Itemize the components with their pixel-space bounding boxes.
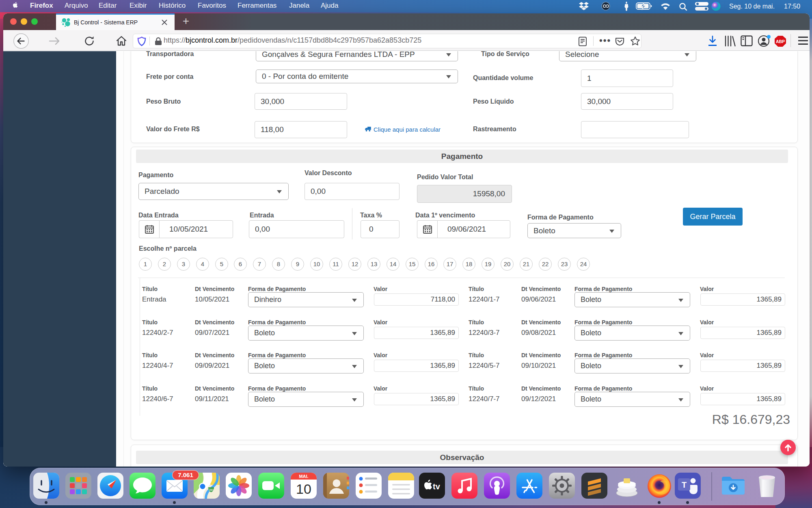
svg-text:10: 10 [296, 481, 311, 497]
svg-text:280: 280 [209, 488, 214, 491]
svg-text:T: T [682, 480, 687, 489]
svg-text:MAI.: MAI. [299, 474, 308, 479]
svg-text:ABP: ABP [776, 39, 785, 44]
svg-text:tv: tv [433, 482, 441, 491]
